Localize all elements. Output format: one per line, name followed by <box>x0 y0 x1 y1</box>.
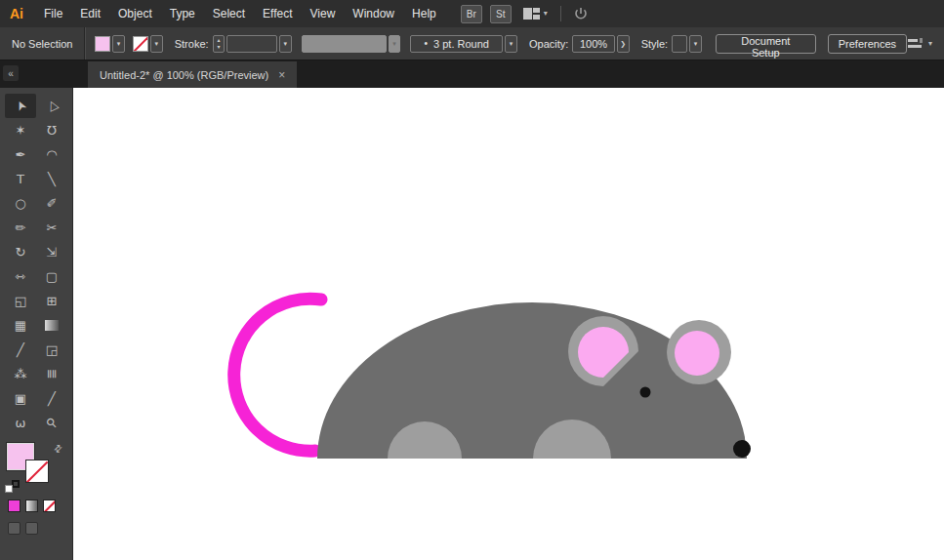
swap-fill-stroke-icon[interactable]: ⇄ <box>51 442 64 456</box>
opacity-chevron[interactable]: ❯ <box>617 35 630 53</box>
collapse-chevrons-icon: « <box>8 68 14 79</box>
menu-object[interactable]: Object <box>109 7 161 20</box>
tool-scissors-tool[interactable]: ✂ <box>36 216 67 240</box>
tool-selection-tool[interactable]: ➤ <box>5 94 36 118</box>
close-icon[interactable]: × <box>278 68 285 82</box>
menubar-menus: FileEditObjectTypeSelectEffectViewWindow… <box>35 7 445 20</box>
brush-caret[interactable]: ▾ <box>505 35 517 53</box>
menu-effect[interactable]: Effect <box>254 7 301 20</box>
tool-free-transform-tool[interactable]: ▢ <box>36 264 67 289</box>
fill-color-dropdown[interactable]: ▾ <box>112 35 125 53</box>
tool-paintbrush-tool[interactable]: ✐ <box>36 191 67 216</box>
gpu-performance-icon[interactable] <box>574 7 588 20</box>
menu-file[interactable]: File <box>35 7 71 20</box>
mouse-illustration <box>73 88 944 560</box>
document-setup-button[interactable]: Document Setup <box>716 34 816 54</box>
stepper-down-icon[interactable]: ▾ <box>217 44 220 51</box>
opacity-value: 100% <box>580 38 607 50</box>
tool-zoom-tool[interactable]: ⚲ <box>36 411 67 435</box>
stroke-color-dropdown[interactable]: ▾ <box>150 35 163 53</box>
tool-curvature-tool[interactable]: ◠ <box>36 142 67 167</box>
menu-type[interactable]: Type <box>161 7 204 20</box>
stepper-up-icon[interactable]: ▴ <box>217 37 220 44</box>
tool-shape-builder-tool[interactable]: ◱ <box>5 289 36 313</box>
tool-blend-tool[interactable]: ◲ <box>36 338 67 362</box>
stroke-swatch[interactable] <box>133 36 148 52</box>
tool-lasso-tool[interactable]: Ω <box>36 118 67 142</box>
draw-mode-button[interactable] <box>8 522 21 535</box>
artboard-canvas[interactable] <box>73 88 944 560</box>
divider <box>84 27 85 60</box>
mouse-ear-right-inner[interactable] <box>675 331 719 376</box>
document-tab[interactable]: Untitled-2* @ 100% (RGB/Preview) × <box>88 61 297 88</box>
caret-down-icon: ▾ <box>928 40 932 48</box>
tool-direct-selection-tool[interactable]: ▷ <box>36 94 67 118</box>
tool-gradient-tool[interactable] <box>36 313 67 338</box>
caret-down-icon: ▾ <box>117 40 121 48</box>
tool-eyedropper-tool[interactable]: ╱ <box>5 338 36 362</box>
menu-view[interactable]: View <box>302 7 345 20</box>
tab-title: Untitled-2* @ 100% (RGB/Preview) <box>100 69 268 81</box>
tools-panel: ➤▷✶Ω✒◠T╲○✐✏✂↻⇲⇿▢◱⊞▦╱◲⁂≣▣╱ω⚲ ⇄ <box>0 88 73 560</box>
collapse-panel-button[interactable]: « <box>3 65 19 81</box>
panel-options-toggle[interactable]: ▾ <box>907 37 932 51</box>
bridge-button[interactable]: Br <box>461 5 482 23</box>
tool-line-segment-tool[interactable]: ╲ <box>36 167 67 191</box>
menu-window[interactable]: Window <box>344 7 403 20</box>
preferences-button[interactable]: Preferences <box>828 34 907 54</box>
stroke-weight-stepper[interactable]: ▴ ▾ <box>213 35 226 53</box>
stroke-label: Stroke: <box>175 38 209 50</box>
tools-grid: ➤▷✶Ω✒◠T╲○✐✏✂↻⇲⇿▢◱⊞▦╱◲⁂≣▣╱ω⚲ <box>0 88 72 435</box>
divider <box>560 6 561 21</box>
stroke-proxy[interactable] <box>25 460 49 483</box>
control-bar: No Selection ▾ ▾ Stroke: ▴ ▾ ▾ ▾ • 3 pt.… <box>0 27 944 60</box>
caret-down-icon: ▾ <box>510 40 513 48</box>
brush-value: 3 pt. Round <box>433 38 489 50</box>
style-caret[interactable]: ▾ <box>689 35 702 53</box>
menu-edit[interactable]: Edit <box>71 7 109 20</box>
stock-button[interactable]: St <box>490 5 512 23</box>
opacity-field[interactable]: 100% <box>572 35 614 53</box>
brush-dropdown[interactable]: • 3 pt. Round <box>410 35 503 53</box>
tool-pencil-tool[interactable]: ✏ <box>5 216 36 240</box>
fill-stroke-proxy: ⇄ <box>0 441 72 498</box>
width-profile-caret: ▾ <box>389 35 401 53</box>
default-fill-stroke-icon[interactable] <box>5 480 20 493</box>
tool-scale-tool[interactable]: ⇲ <box>36 240 67 264</box>
mouse-eye[interactable] <box>640 387 651 398</box>
caret-down-icon: ▾ <box>155 40 159 48</box>
fill-swatch[interactable] <box>95 36 110 52</box>
appbar-right: Br St ▾ <box>461 5 588 23</box>
style-field[interactable] <box>672 35 687 53</box>
gradient-swatch-icon <box>45 320 59 331</box>
stroke-weight-field[interactable] <box>226 35 276 53</box>
tool-type-tool[interactable]: T <box>5 167 36 191</box>
mouse-nose[interactable] <box>733 440 751 458</box>
tool-perspective-grid-tool[interactable]: ⊞ <box>36 289 67 313</box>
screen-mode-button[interactable] <box>25 522 38 535</box>
tool-magic-wand-tool[interactable]: ✶ <box>5 118 36 142</box>
gradient-mode-button[interactable] <box>25 500 38 512</box>
tool-mesh-tool[interactable]: ▦ <box>5 313 36 338</box>
tool-column-graph-tool[interactable]: ≣ <box>36 362 67 386</box>
tool-ellipse-tool[interactable]: ○ <box>5 191 36 216</box>
brush-preview-dot: • <box>425 38 429 49</box>
menu-select[interactable]: Select <box>204 7 254 20</box>
mouse-tail[interactable] <box>234 299 321 451</box>
menubar: Ai FileEditObjectTypeSelectEffectViewWin… <box>0 0 944 27</box>
menu-help[interactable]: Help <box>403 7 445 20</box>
stroke-weight-dropdown[interactable]: ▾ <box>279 35 292 53</box>
tool-rotate-tool[interactable]: ↻ <box>5 240 36 264</box>
illustrator-window: Ai FileEditObjectTypeSelectEffectViewWin… <box>0 0 944 560</box>
workspace-switcher[interactable]: ▾ <box>523 8 548 20</box>
tool-artboard-tool[interactable]: ▣ <box>5 386 36 411</box>
width-profile-dropdown <box>302 35 387 53</box>
tool-symbol-sprayer-tool[interactable]: ⁂ <box>5 362 36 386</box>
none-mode-button[interactable] <box>43 500 56 512</box>
color-mode-button[interactable] <box>8 500 21 512</box>
tool-width-tool[interactable]: ⇿ <box>5 264 36 289</box>
tool-hand-tool[interactable]: ω <box>5 411 36 435</box>
tool-slice-tool[interactable]: ╱ <box>36 386 67 411</box>
tool-pen-tool[interactable]: ✒ <box>5 142 36 167</box>
workspace-layout-icon <box>523 8 540 20</box>
